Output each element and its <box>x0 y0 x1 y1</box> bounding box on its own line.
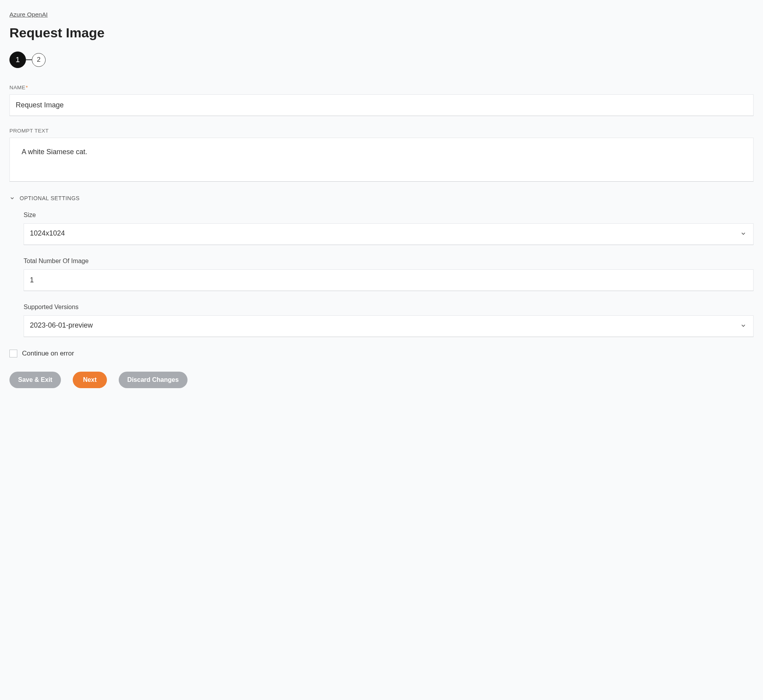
next-button[interactable]: Next <box>73 372 107 388</box>
prompt-textarea[interactable]: A white Siamese cat. <box>9 138 754 182</box>
chevron-down-icon <box>9 195 15 201</box>
prompt-label: PROMPT TEXT <box>9 128 754 134</box>
total-label: Total Number Of Image <box>24 258 754 265</box>
page-title: Request Image <box>9 25 754 41</box>
step-1[interactable]: 1 <box>9 52 26 68</box>
continue-on-error-label: Continue on error <box>22 350 74 357</box>
optional-settings-body: Size 1024x1024 Total Number Of Image Sup… <box>9 212 754 337</box>
size-label: Size <box>24 212 754 219</box>
required-asterisk: * <box>26 85 28 90</box>
stepper: 1 2 <box>9 52 754 68</box>
breadcrumb-link[interactable]: Azure OpenAI <box>9 11 48 18</box>
total-number-input[interactable] <box>24 269 754 291</box>
optional-settings-toggle[interactable]: OPTIONAL SETTINGS <box>9 195 754 201</box>
name-label: NAME* <box>9 85 754 90</box>
versions-select[interactable]: 2023-06-01-preview <box>24 315 754 337</box>
versions-label: Supported Versions <box>24 304 754 311</box>
discard-changes-button[interactable]: Discard Changes <box>119 372 188 388</box>
optional-settings-label: OPTIONAL SETTINGS <box>20 195 80 201</box>
name-input[interactable] <box>9 94 754 116</box>
step-2[interactable]: 2 <box>32 53 46 67</box>
continue-on-error-checkbox[interactable] <box>9 350 17 357</box>
save-exit-button[interactable]: Save & Exit <box>9 372 61 388</box>
size-select[interactable]: 1024x1024 <box>24 223 754 245</box>
step-connector <box>26 59 32 60</box>
